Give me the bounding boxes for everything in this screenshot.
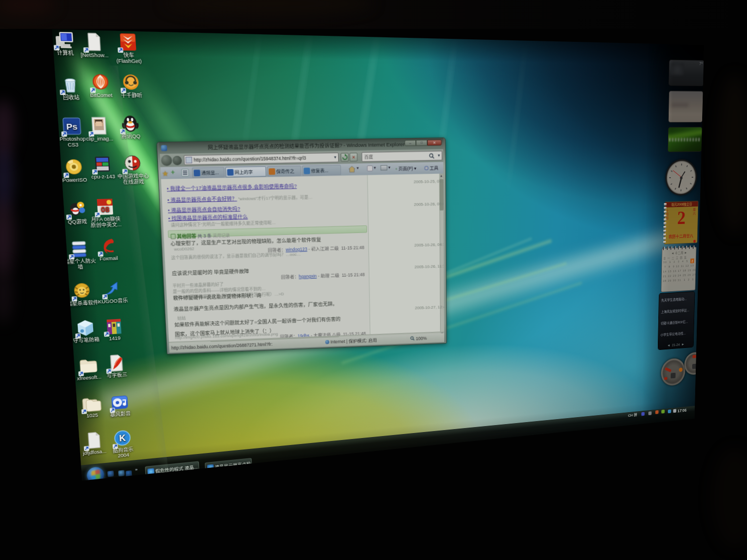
svg-text:K: K [119,433,126,443]
svg-text:08: 08 [101,205,110,214]
svg-text:Ps: Ps [66,121,78,131]
